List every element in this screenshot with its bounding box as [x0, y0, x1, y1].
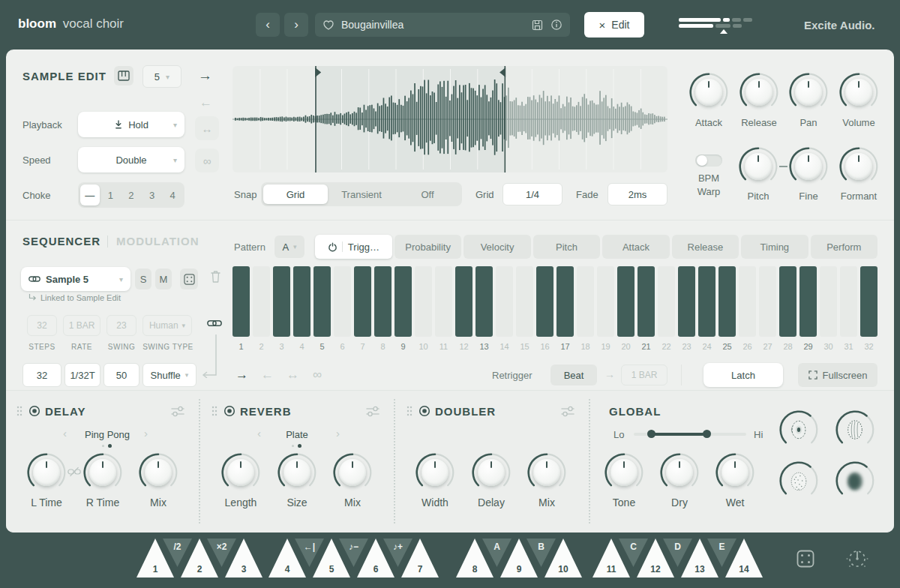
output-meter[interactable] — [679, 18, 758, 34]
preset-next-button[interactable]: › — [284, 13, 308, 37]
step-16[interactable] — [536, 266, 554, 337]
volume-knob[interactable] — [838, 71, 880, 113]
pad-modifier-button[interactable]: C — [619, 538, 648, 567]
step-24[interactable] — [698, 266, 716, 337]
global-dry-knob[interactable] — [658, 452, 700, 494]
grid-value-box[interactable]: 1/4 — [502, 183, 562, 206]
play-reverse-button[interactable]: ← — [200, 95, 212, 110]
unlink-icon[interactable] — [68, 466, 81, 477]
doubler-mix-knob[interactable] — [526, 452, 568, 494]
sequencer-tab-title[interactable]: SEQUENCER — [22, 235, 100, 248]
save-icon[interactable] — [532, 20, 543, 31]
pad-modifier-button[interactable]: D — [663, 538, 692, 567]
reverb-preset-next[interactable]: › — [336, 427, 340, 440]
link-to-sample-button[interactable] — [207, 318, 222, 332]
reverb-length-knob[interactable] — [220, 452, 262, 494]
pattern-dropdown[interactable]: A▾ — [274, 236, 304, 258]
step-2[interactable] — [253, 266, 270, 337]
delay-ltime-knob[interactable] — [26, 452, 68, 494]
release-knob[interactable] — [738, 71, 780, 113]
tab-pitch[interactable]: Pitch — [533, 235, 600, 259]
macro-seed-knob-4[interactable] — [834, 460, 876, 502]
swing-value-box[interactable]: 50 — [104, 363, 140, 387]
randomize-button[interactable] — [180, 268, 198, 290]
playback-dropdown[interactable]: Hold ▾ — [78, 112, 184, 137]
speed-dropdown[interactable]: Double ▾ — [78, 147, 184, 172]
formant-knob[interactable] — [838, 146, 880, 188]
swing-type-dropdown[interactable]: Shuffle▾ — [142, 363, 196, 387]
fade-value-box[interactable]: 2ms — [608, 183, 668, 206]
step-5[interactable] — [314, 266, 331, 337]
step-21[interactable] — [638, 266, 655, 337]
step-18[interactable] — [577, 266, 594, 337]
delay-rtime-knob[interactable] — [82, 452, 124, 494]
pan-knob[interactable] — [788, 71, 830, 113]
step-29[interactable] — [800, 266, 817, 337]
seq-play-forward[interactable]: → — [236, 368, 248, 382]
doubler-width-knob[interactable] — [414, 452, 456, 494]
seq-loop[interactable]: ∞ — [313, 368, 322, 382]
waveform-display[interactable] — [232, 66, 668, 172]
step-7[interactable] — [354, 266, 371, 337]
pad-modifier-button[interactable]: A — [482, 538, 512, 567]
attack-knob[interactable] — [688, 71, 730, 113]
step-17[interactable] — [556, 266, 574, 337]
play-pingpong-button[interactable]: ↔ — [195, 116, 219, 140]
loop-button[interactable]: ∞ — [195, 148, 219, 172]
choke-option-2[interactable]: 2 — [122, 184, 141, 206]
step-25[interactable] — [718, 266, 736, 337]
sample-select-dropdown[interactable]: 5 ▾ — [142, 65, 182, 88]
pad-modifier-button[interactable]: E — [707, 538, 736, 567]
seq-play-pingpong[interactable]: ↔ — [286, 368, 299, 382]
master-dial-icon[interactable] — [844, 546, 870, 572]
tab-trigg[interactable]: Trigg… — [315, 235, 392, 259]
preset-bar[interactable]: Bougainvillea — [315, 13, 570, 37]
bpm-warp-toggle[interactable] — [695, 154, 722, 166]
doubler-delay-knob[interactable] — [470, 452, 512, 494]
seq-play-reverse[interactable]: ← — [261, 368, 274, 382]
step-12[interactable] — [455, 266, 472, 337]
doubler-enable-radio[interactable] — [418, 405, 430, 417]
modulation-tab-title[interactable]: MODULATION — [116, 235, 200, 248]
pitch-knob[interactable] — [737, 146, 779, 188]
delay-preset-next[interactable]: › — [144, 427, 148, 440]
reverb-mix-knob[interactable] — [332, 452, 374, 494]
delete-pattern-button[interactable] — [210, 270, 221, 286]
delay-enable-radio[interactable] — [28, 405, 40, 417]
tone-range-handle-lo[interactable] — [647, 430, 656, 438]
pad-modifier-button[interactable]: ×2 — [207, 538, 236, 567]
heart-icon[interactable] — [322, 20, 334, 31]
drag-handle-icon[interactable] — [16, 406, 22, 416]
step-23[interactable] — [678, 266, 695, 337]
keyboard-button[interactable] — [114, 66, 134, 86]
solo-button[interactable]: S — [135, 268, 152, 290]
step-6[interactable] — [334, 266, 351, 337]
choke-option-4[interactable]: 4 — [163, 184, 182, 206]
pad-modifier-button[interactable]: ♪+ — [383, 538, 412, 567]
step-11[interactable] — [435, 266, 452, 337]
reverb-size-knob[interactable] — [276, 452, 318, 494]
drag-handle-icon[interactable] — [406, 406, 412, 416]
step-20[interactable] — [617, 266, 634, 337]
edit-button[interactable]: × Edit — [584, 12, 644, 38]
drag-handle-icon[interactable] — [212, 406, 218, 416]
step-4[interactable] — [293, 266, 310, 337]
step-13[interactable] — [476, 266, 493, 337]
step-1[interactable] — [232, 266, 250, 337]
reverb-enable-radio[interactable] — [224, 405, 236, 417]
retrigger-mode-button[interactable]: Beat — [550, 364, 597, 386]
pad-modifier-button[interactable]: ←| — [295, 538, 324, 567]
step-31[interactable] — [840, 266, 857, 337]
tab-attack[interactable]: Attack — [602, 235, 669, 259]
rate-value-box[interactable]: 1/32T — [64, 363, 100, 387]
step-8[interactable] — [374, 266, 392, 337]
global-wet-knob[interactable] — [714, 452, 756, 494]
macro-seed-knob-2[interactable] — [834, 409, 876, 451]
delay-preset-prev[interactable]: ‹ — [63, 427, 67, 440]
pad-modifier-button[interactable]: /2 — [163, 538, 192, 567]
step-32[interactable] — [860, 266, 878, 337]
reverb-settings-icon[interactable] — [366, 406, 380, 417]
step-26[interactable] — [739, 266, 756, 337]
sequencer-sample-dropdown[interactable]: Sample 5 ▾ — [21, 267, 130, 291]
pad-modifier-button[interactable]: B — [526, 538, 556, 567]
